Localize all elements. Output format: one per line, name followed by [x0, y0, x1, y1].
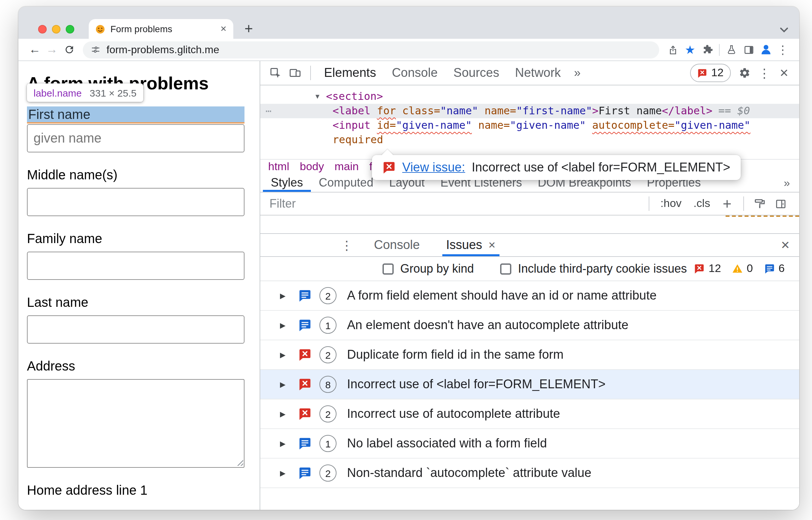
styles-filter-input[interactable]	[270, 197, 643, 211]
issue-title[interactable]: No label associated with a form field	[347, 436, 547, 451]
tree-line-section[interactable]: ▼<section>	[260, 89, 799, 104]
issue-title[interactable]: Non-standard `autocomplete` attribute va…	[347, 466, 591, 480]
issue-row-selected[interactable]: ▶ 8 Incorrect use of <label for=FORM_ELE…	[260, 370, 799, 399]
browser-menu-icon[interactable]: ⋮	[774, 42, 791, 57]
issue-row[interactable]: ▶ 2 A form field element should have an …	[260, 281, 799, 311]
issue-row[interactable]: ▶ 2 Non-standard `autocomplete` attribut…	[260, 459, 799, 488]
devtools-panel: Elements Console Sources Network » 12 ⋮ …	[260, 61, 799, 510]
tree-line-input[interactable]: <input id="given-name" name="given-name"…	[260, 118, 799, 133]
toggle-hover-state-button[interactable]: :hov	[660, 197, 682, 210]
tree-line-label-selected[interactable]: ⋯<label for class="name" name="first-nam…	[260, 104, 799, 118]
view-issue-link[interactable]: View issue:	[402, 160, 465, 175]
tab-search-chevron-icon[interactable]	[780, 24, 789, 35]
more-sidebar-tabs-icon[interactable]: »	[784, 174, 790, 192]
tooltip-dimensions: 331 × 25.5	[90, 87, 137, 98]
window-zoom-button[interactable]	[66, 25, 74, 33]
bookmark-star-icon[interactable]: ★	[682, 42, 699, 57]
browser-tab[interactable]: Form problems ✕	[89, 19, 233, 39]
url-text[interactable]: form-problems.glitch.me	[106, 44, 219, 55]
profile-avatar[interactable]	[757, 43, 774, 56]
show-sidebar-panel-icon[interactable]	[775, 198, 787, 209]
address-bar[interactable]: form-problems.glitch.me	[83, 41, 659, 58]
new-style-rule-icon[interactable]: +	[722, 196, 732, 211]
settings-gear-icon[interactable]	[735, 67, 755, 79]
issue-message-icon	[298, 437, 311, 450]
breadcrumb-html[interactable]: html	[268, 160, 289, 174]
tab-computed[interactable]: Computed	[311, 174, 381, 192]
issue-title[interactable]: Duplicate form field id in the same form	[347, 347, 563, 362]
devtools-menu-icon[interactable]: ⋮	[755, 66, 774, 80]
expand-arrow-icon[interactable]: ▶	[280, 321, 288, 330]
new-tab-button[interactable]: +	[245, 20, 253, 37]
expand-arrow-icon[interactable]: ▶	[280, 350, 288, 359]
third-party-label: Include third-party cookie issues	[518, 262, 687, 276]
tab-close-icon[interactable]: ✕	[220, 24, 227, 33]
devtools-tab-sources[interactable]: Sources	[446, 61, 507, 85]
issue-title[interactable]: Incorrect use of <label for=FORM_ELEMENT…	[347, 377, 606, 392]
share-icon[interactable]	[664, 44, 682, 55]
attr-for-with-issue[interactable]: for	[377, 104, 396, 117]
labs-flask-icon[interactable]	[723, 44, 740, 55]
issue-row[interactable]: ▶ 2 Incorrect use of autocomplete attrib…	[260, 399, 799, 429]
tab-styles[interactable]: Styles	[263, 174, 311, 192]
last-name-label: Last name	[27, 294, 260, 310]
devtools-close-icon[interactable]: ✕	[774, 66, 794, 80]
devtools-tab-elements[interactable]: Elements	[316, 61, 384, 85]
issues-tab-close-icon[interactable]: ✕	[488, 240, 496, 250]
drawer-close-icon[interactable]: ✕	[781, 234, 790, 256]
side-panel-icon[interactable]	[740, 44, 757, 55]
expand-caret-icon[interactable]: ▼	[315, 89, 326, 104]
forward-button[interactable]: →	[43, 43, 60, 56]
drawer-tab-console[interactable]: Console	[370, 234, 424, 256]
expand-arrow-icon[interactable]: ▶	[280, 469, 288, 477]
first-name-label-highlighted: First name	[27, 106, 245, 124]
issue-error-icon	[298, 378, 311, 391]
address-textarea[interactable]	[27, 379, 245, 468]
reload-button[interactable]	[60, 44, 78, 55]
group-by-kind-checkbox[interactable]	[382, 263, 394, 274]
site-settings-icon[interactable]	[91, 45, 101, 54]
breadcrumb-body[interactable]: body	[300, 160, 324, 174]
issue-message-icon	[298, 319, 311, 332]
third-party-checkbox[interactable]	[500, 263, 511, 274]
more-panels-icon[interactable]: »	[569, 61, 586, 85]
issues-error-badge[interactable]: 12	[690, 64, 731, 82]
window-minimize-button[interactable]	[52, 25, 60, 33]
tab-title: Form problems	[110, 24, 215, 34]
family-name-input[interactable]	[27, 252, 245, 280]
first-name-input[interactable]	[27, 124, 245, 152]
tab-strip: Form problems ✕ +	[18, 6, 799, 39]
issue-popup-message: Incorrect use of <label for=FORM_ELEMENT…	[472, 160, 731, 175]
drawer-tab-issues[interactable]: Issues ✕	[442, 234, 500, 256]
middle-name-input[interactable]	[27, 188, 245, 216]
issue-row[interactable]: ▶ 1 No label associated with a form fiel…	[260, 429, 799, 459]
window-close-button[interactable]	[38, 25, 47, 33]
paint-roller-icon[interactable]	[754, 198, 766, 210]
overflow-dots-icon[interactable]: ⋯	[265, 104, 272, 118]
issue-title[interactable]: Incorrect use of autocomplete attribute	[347, 407, 560, 421]
issue-title[interactable]: An element doesn't have an autocomplete …	[347, 318, 629, 333]
extensions-icon[interactable]	[699, 44, 716, 55]
browser-window: Form problems ✕ + ← → form-problems.glit…	[18, 6, 799, 510]
drawer-menu-icon[interactable]: ⋮	[340, 234, 353, 256]
inspect-element-icon[interactable]	[265, 67, 285, 79]
elements-tree: ▼<section> ⋯<label for class="name" name…	[260, 85, 799, 159]
last-name-input[interactable]	[27, 315, 245, 344]
device-toolbar-icon[interactable]	[285, 67, 305, 79]
expand-arrow-icon[interactable]: ▶	[280, 380, 288, 389]
tree-line-required[interactable]: required	[260, 133, 799, 147]
back-button[interactable]: ←	[26, 43, 43, 56]
tab-favicon-icon	[95, 24, 105, 34]
issue-row[interactable]: ▶ 1 An element doesn't have an autocompl…	[260, 311, 799, 340]
breadcrumb-main[interactable]: main	[334, 160, 359, 174]
error-counter: 12	[694, 262, 721, 275]
devtools-tab-console[interactable]: Console	[384, 61, 445, 85]
issue-title[interactable]: A form field element should have an id o…	[347, 288, 657, 303]
expand-arrow-icon[interactable]: ▶	[280, 291, 288, 300]
issue-message-icon	[298, 466, 311, 479]
toggle-classes-button[interactable]: .cls	[693, 197, 710, 210]
issue-row[interactable]: ▶ 2 Duplicate form field id in the same …	[260, 340, 799, 370]
devtools-tab-network[interactable]: Network	[507, 61, 568, 85]
expand-arrow-icon[interactable]: ▶	[280, 439, 288, 448]
expand-arrow-icon[interactable]: ▶	[280, 410, 288, 418]
